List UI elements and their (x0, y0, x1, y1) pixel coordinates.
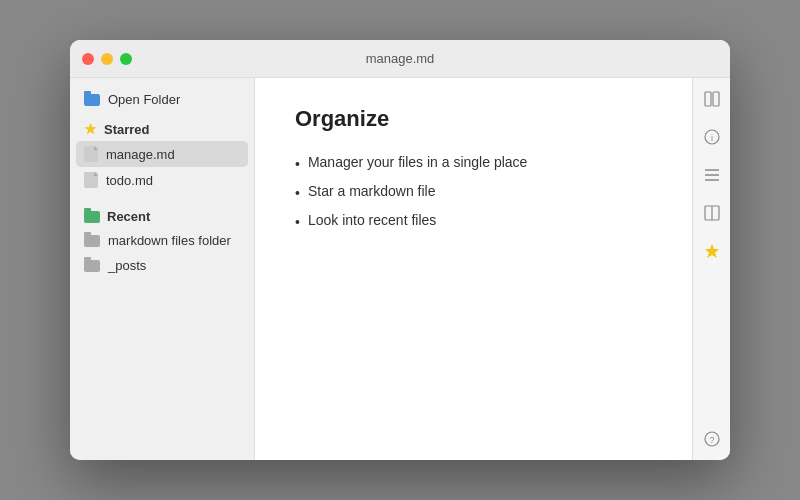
panel-icon[interactable] (701, 88, 723, 110)
svg-text:?: ? (709, 435, 714, 445)
recent-section-header: Recent (70, 201, 254, 228)
sidebar-item-label: _posts (108, 258, 146, 273)
main-content: Open Folder ★ Starred manage.md todo.md … (70, 78, 730, 460)
open-folder-label: Open Folder (108, 92, 180, 107)
content-title: Organize (295, 106, 652, 132)
svg-marker-9 (705, 244, 719, 258)
sidebar-item-markdown-folder[interactable]: markdown files folder (70, 228, 254, 253)
sidebar-item-label: todo.md (106, 173, 153, 188)
app-window: manage.md Open Folder ★ Starred manage.m… (70, 40, 730, 460)
help-icon[interactable]: ? (701, 428, 723, 450)
info-icon[interactable]: i (701, 126, 723, 148)
bullet-point: • (295, 183, 300, 204)
starred-label: Starred (104, 122, 150, 137)
content-area: Organize • Manager your files in a singl… (255, 78, 692, 460)
list-item-text: Star a markdown file (308, 183, 436, 199)
svg-rect-0 (705, 92, 711, 106)
recent-folder-icon (84, 211, 100, 223)
sidebar: Open Folder ★ Starred manage.md todo.md … (70, 78, 255, 460)
sidebar-item-posts[interactable]: _posts (70, 253, 254, 278)
sidebar-item-manage-md[interactable]: manage.md (76, 141, 248, 167)
list-item: • Look into recent files (295, 208, 652, 237)
list-item: • Star a markdown file (295, 179, 652, 208)
sidebar-item-todo-md[interactable]: todo.md (70, 167, 254, 193)
svg-rect-1 (713, 92, 719, 106)
open-folder-button[interactable]: Open Folder (70, 86, 254, 113)
bullet-list: • Manager your files in a single place •… (295, 150, 652, 237)
bullet-point: • (295, 154, 300, 175)
star-active-icon[interactable] (701, 240, 723, 262)
bullet-point: • (295, 212, 300, 233)
titlebar: manage.md (70, 40, 730, 78)
list-item: • Manager your files in a single place (295, 150, 652, 179)
sidebar-divider (70, 193, 254, 201)
file-icon (84, 172, 98, 188)
list-item-text: Manager your files in a single place (308, 154, 527, 170)
list-icon[interactable] (701, 164, 723, 186)
book-icon[interactable] (701, 202, 723, 224)
starred-section-header: ★ Starred (70, 113, 254, 141)
star-icon: ★ (84, 121, 97, 137)
sidebar-item-label: manage.md (106, 147, 175, 162)
folder-icon-gray (84, 260, 100, 272)
sidebar-item-label: markdown files folder (108, 233, 231, 248)
file-icon (84, 146, 98, 162)
svg-text:i: i (711, 133, 713, 143)
close-button[interactable] (82, 53, 94, 65)
traffic-lights (82, 53, 132, 65)
folder-icon-gray (84, 235, 100, 247)
folder-icon (84, 94, 100, 106)
maximize-button[interactable] (120, 53, 132, 65)
recent-label: Recent (107, 209, 150, 224)
minimize-button[interactable] (101, 53, 113, 65)
right-toolbar: i (692, 78, 730, 460)
list-item-text: Look into recent files (308, 212, 436, 228)
window-title: manage.md (366, 51, 435, 66)
